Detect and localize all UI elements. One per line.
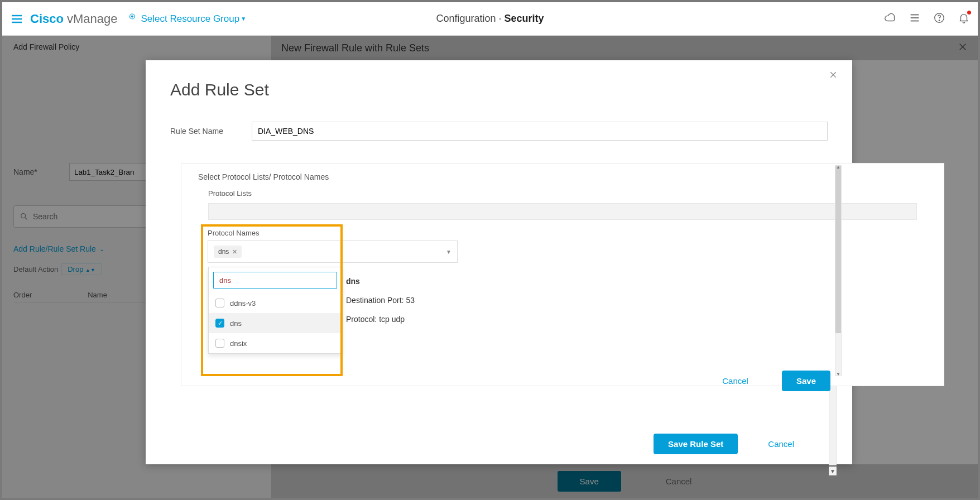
protocol-lists-input[interactable] bbox=[208, 203, 917, 220]
modal-title: Add Rule Set bbox=[170, 80, 828, 99]
checkbox-unchecked[interactable] bbox=[215, 339, 224, 348]
chip-remove-icon[interactable]: ✕ bbox=[232, 248, 237, 256]
protocol-names-label: Protocol Names bbox=[208, 229, 458, 237]
svg-point-9 bbox=[939, 20, 939, 20]
breadcrumb: Configuration · Security bbox=[436, 13, 544, 25]
caret-down-icon: ▼ bbox=[446, 249, 451, 255]
top-bar: Cisco vManage Select Resource Group ▼ Co… bbox=[2, 2, 978, 36]
modal-close-icon[interactable] bbox=[829, 70, 838, 81]
protocol-lists-label: Protocol Lists bbox=[181, 186, 944, 201]
breadcrumb-sep: · bbox=[499, 13, 505, 24]
detail-protocol-value: tcp udp bbox=[379, 315, 405, 324]
resource-group-label: Select Resource Group bbox=[141, 13, 239, 25]
checkbox-checked[interactable] bbox=[215, 319, 224, 328]
protocol-option[interactable]: dns bbox=[209, 313, 342, 333]
breadcrumb-section: Configuration bbox=[436, 13, 496, 24]
detail-protocol-label: Protocol: bbox=[346, 315, 377, 324]
protocol-detail: dns Destination Port: 53 Protocol: tcp u… bbox=[346, 277, 469, 334]
svg-point-4 bbox=[132, 16, 133, 17]
protocol-option[interactable]: dnsix bbox=[209, 333, 342, 353]
protocol-search-input[interactable] bbox=[218, 276, 332, 285]
save-ruleset-button[interactable]: Save Rule Set bbox=[654, 434, 738, 454]
breadcrumb-current: Security bbox=[505, 13, 544, 24]
cancel-ruleset-button[interactable]: Cancel bbox=[753, 434, 809, 454]
help-icon[interactable] bbox=[933, 12, 945, 26]
protocol-names-area: Protocol Names dns ✕ ▼ ddns-v3 bbox=[208, 229, 458, 263]
pin-icon bbox=[127, 12, 137, 25]
inner-cancel-button[interactable]: Cancel bbox=[708, 371, 763, 391]
cloud-icon[interactable] bbox=[884, 12, 896, 26]
notification-dot bbox=[967, 11, 971, 15]
ruleset-name-input[interactable] bbox=[252, 122, 828, 141]
brand-bold: Cisco bbox=[30, 12, 64, 26]
scroll-down-icon[interactable]: ▼ bbox=[829, 467, 837, 475]
protocol-chip: dns ✕ bbox=[214, 246, 242, 258]
panel-footer: Cancel Save bbox=[708, 371, 830, 391]
checkbox-unchecked[interactable] bbox=[215, 299, 224, 307]
protocol-dropdown: ddns-v3 dns dnsix bbox=[208, 267, 342, 354]
detail-port-label: Destination Port: bbox=[346, 296, 404, 305]
bell-icon[interactable] bbox=[958, 12, 970, 26]
hamburger-icon[interactable] bbox=[10, 12, 23, 26]
protocol-section-header: Select Protocol Lists/ Protocol Names bbox=[181, 164, 944, 186]
inner-scrollbar[interactable]: ▲ ▼ bbox=[835, 165, 842, 376]
inner-save-button[interactable]: Save bbox=[782, 371, 830, 391]
ruleset-name-label: Rule Set Name bbox=[170, 127, 237, 136]
brand-light: vManage bbox=[67, 12, 118, 26]
chip-label: dns bbox=[218, 248, 229, 256]
protocol-names-select[interactable]: dns ✕ ▼ ddns-v3 dns bbox=[208, 241, 458, 263]
detail-name: dns bbox=[346, 277, 469, 286]
protocol-option[interactable]: ddns-v3 bbox=[209, 293, 342, 313]
resource-group-selector[interactable]: Select Resource Group ▼ bbox=[127, 12, 246, 25]
detail-port-value: 53 bbox=[406, 296, 415, 305]
protocol-search-row bbox=[213, 272, 337, 289]
caret-down-icon: ▼ bbox=[241, 16, 246, 22]
tasks-icon[interactable] bbox=[909, 12, 921, 26]
